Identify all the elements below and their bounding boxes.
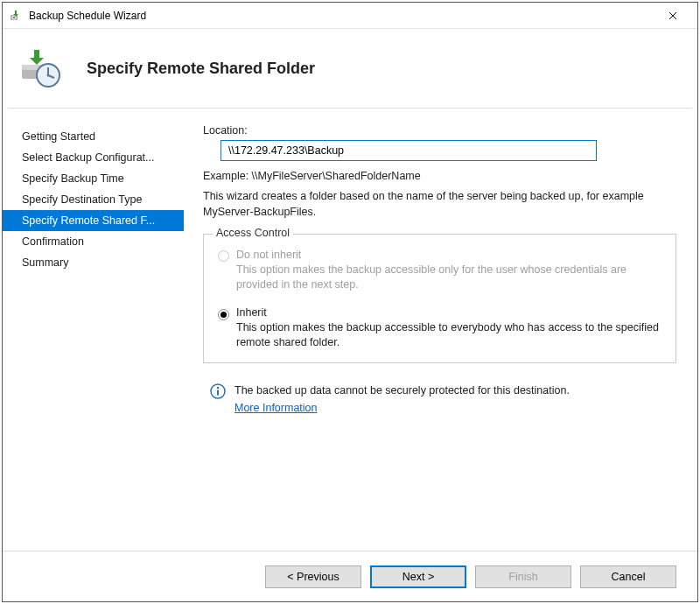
window-title: Backup Schedule Wizard	[29, 10, 655, 22]
more-information-link[interactable]: More Information	[234, 400, 317, 417]
sidebar-item-confirmation[interactable]: Confirmation	[3, 231, 184, 252]
sidebar-item-summary[interactable]: Summary	[3, 252, 184, 273]
radio-inherit-desc: This option makes the backup accessible …	[236, 320, 662, 350]
info-text: The backed up data cannot be securely pr…	[234, 384, 570, 397]
radio-inherit[interactable]: Inherit This option makes the backup acc…	[218, 306, 662, 350]
app-icon	[10, 9, 24, 23]
example-text: Example: \\MyFileServer\SharedFolderName	[203, 170, 676, 182]
svg-rect-10	[217, 390, 219, 395]
radio-inherit-label: Inherit	[236, 306, 662, 319]
svg-point-11	[217, 386, 219, 388]
wizard-description: This wizard creates a folder based on th…	[203, 189, 676, 220]
svg-point-8	[47, 74, 50, 77]
wizard-header: Specify Remote Shared Folder	[3, 29, 697, 108]
sidebar-item-remote-shared-folder[interactable]: Specify Remote Shared F...	[3, 210, 184, 231]
svg-point-2	[13, 16, 16, 18]
next-button[interactable]: Next >	[370, 565, 466, 588]
radio-do-not-inherit: Do not inherit This option makes the bac…	[218, 249, 662, 292]
sidebar-item-backup-time[interactable]: Specify Backup Time	[3, 168, 184, 189]
info-icon	[210, 383, 226, 402]
sidebar-item-destination-type[interactable]: Specify Destination Type	[3, 189, 184, 210]
wizard-content: Location: Example: \\MyFileServer\Shared…	[184, 114, 697, 551]
location-label: Location:	[203, 124, 676, 137]
close-button[interactable]	[655, 4, 690, 28]
radio-do-not-inherit-button	[218, 250, 229, 264]
wizard-body: Getting Started Select Backup Configurat…	[3, 109, 697, 551]
info-row: The backed up data cannot be securely pr…	[210, 383, 676, 418]
location-input[interactable]	[220, 140, 597, 161]
page-title: Specify Remote Shared Folder	[87, 60, 315, 78]
previous-button[interactable]: < Previous	[265, 565, 361, 588]
cancel-button[interactable]: Cancel	[580, 565, 676, 588]
finish-button: Finish	[475, 565, 571, 588]
access-control-group: Access Control Do not inherit This optio…	[203, 234, 676, 363]
wizard-footer: < Previous Next > Finish Cancel	[3, 551, 697, 601]
sidebar-item-getting-started[interactable]: Getting Started	[3, 126, 184, 147]
radio-inherit-button[interactable]	[218, 308, 229, 320]
access-control-legend: Access Control	[213, 227, 293, 239]
sidebar-item-select-config[interactable]: Select Backup Configurat...	[3, 147, 184, 168]
close-icon	[668, 11, 677, 20]
radio-do-not-inherit-label: Do not inherit	[236, 249, 662, 261]
titlebar: Backup Schedule Wizard	[3, 3, 697, 29]
wizard-steps-sidebar: Getting Started Select Backup Configurat…	[3, 114, 184, 551]
wizard-window: Backup Schedule Wizard Specify Remote Sh…	[2, 2, 698, 602]
backup-clock-icon	[20, 47, 62, 89]
radio-do-not-inherit-desc: This option makes the backup accessible …	[236, 263, 662, 292]
